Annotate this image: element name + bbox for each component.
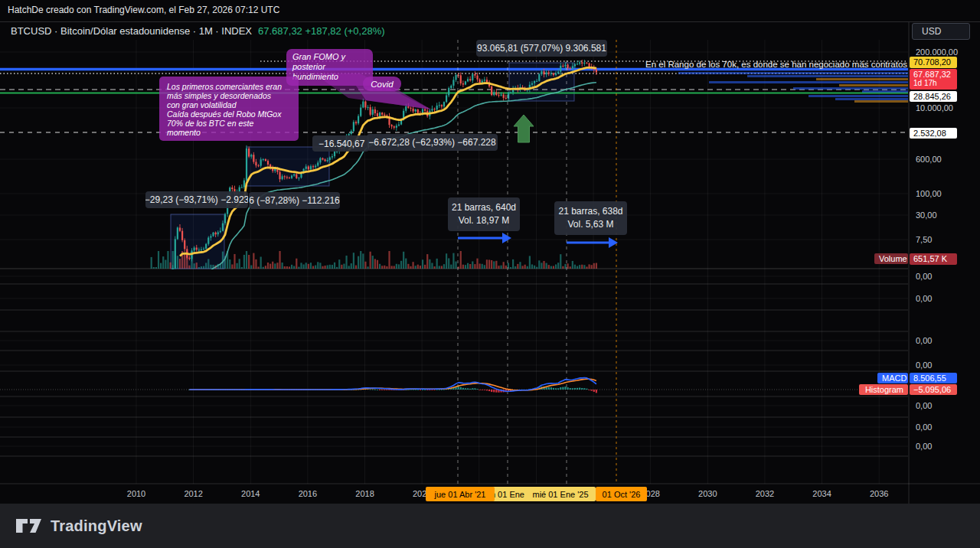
bars-measure-1-line2: Vol. 18,97 M	[459, 214, 510, 227]
axis-tag-macd: 8.506,55	[910, 373, 957, 383]
bars-measure-2-line1: 21 barras, 638d	[558, 205, 622, 218]
currency-select-button[interactable]: USD	[912, 23, 970, 40]
callout-covid[interactable]: Covid	[363, 77, 401, 91]
axis-tag-ma-yellow: 70.708,20	[910, 57, 957, 68]
axis-tag-volume: 651,57 K	[910, 253, 957, 265]
histogram-indicator-label: Histogram	[859, 384, 908, 395]
bars-measure-1: 21 barras, 640d Vol. 18,97 M	[448, 197, 520, 231]
axis-tag-level-mid: 28.845,26	[910, 91, 957, 102]
green-arrow-marker[interactable]	[514, 115, 534, 142]
volume-indicator-label: Volume	[874, 253, 908, 264]
tradingview-wordmark: TradingView	[51, 517, 142, 535]
measure-label-1: −16.540,67 (	[312, 135, 369, 152]
measure-label-main: 93.065,81 (577,07%) 9.306.581	[476, 40, 607, 57]
bars-measure-2: 21 barras, 638d Vol. 5,63 M	[554, 201, 627, 235]
last-price-value: 67.687,32	[913, 70, 951, 79]
measure-label-3: −29,23 (−93,71%) −2.923	[145, 191, 248, 208]
measure-arrows[interactable]	[458, 233, 618, 248]
callout-early-traders[interactable]: Los primeros comerciantes eran más simpl…	[159, 77, 299, 141]
callout-gran-fomo[interactable]: Gran FOMO y posterior hundimiento	[286, 49, 373, 86]
measure-label-4: 6 (−87,28%) −112.216	[249, 192, 340, 209]
axis-tag-last-price: 67.687,32 1d 17h	[910, 69, 957, 90]
symbol-title: BTCUSD · Bitcoin/Dólar estadounidense · …	[11, 25, 252, 37]
bars-measure-1-line1: 21 barras, 640d	[452, 201, 516, 214]
symbol-bar: BTCUSD · Bitcoin/Dólar estadounidense · …	[11, 25, 385, 37]
tradingview-icon	[15, 516, 43, 536]
bars-measure-2-line2: Vol. 5,63 M	[567, 218, 613, 231]
volume-profile	[678, 72, 908, 103]
symbol-quote: 67.687,32 +187,82 (+0,28%)	[258, 25, 385, 37]
measure-label-2: −6.672,28 (−62,93%) −667.228	[367, 134, 498, 151]
axis-tag-histogram: −5.095,06	[910, 384, 957, 395]
chart-canvas[interactable]	[0, 0, 980, 548]
macd-indicator-label: MACD	[877, 373, 908, 383]
tradingview-logo-link[interactable]: TradingView	[15, 516, 142, 536]
axis-tag-level-low: 2.532,08	[910, 128, 957, 139]
bar-countdown: 1d 17h	[913, 79, 957, 87]
top-divider	[0, 21, 980, 22]
footer-bar: TradingView	[0, 504, 980, 548]
attribution-text: HatchDe creado con TradingView.com, el F…	[8, 5, 279, 15]
callout-range-70k[interactable]: En el Rango de los 70k, es donde se han …	[645, 60, 907, 69]
